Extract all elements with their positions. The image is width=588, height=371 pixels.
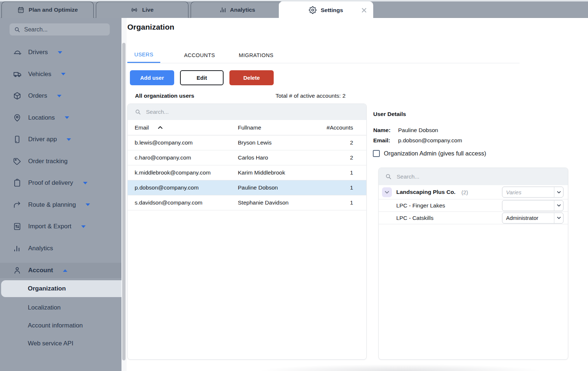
table-row[interactable]: b.lewis@company.com Bryson Lewis 2 [128,135,366,150]
cell-email: c.haro@company.com [135,154,238,161]
sidebar-item-order-tracking[interactable]: Order tracking [0,154,121,169]
sidebar-item-analytics[interactable]: Analytics [0,241,121,256]
sidebar-item-label: Driver app [28,136,57,143]
cell-email: b.lewis@company.com [135,139,238,146]
cell-email: p.dobson@company.com [135,184,238,191]
bottom-shadow [222,361,580,371]
sidebar-item-label: Import & Export [28,223,71,230]
sidebar-item-drivers[interactable]: Drivers [0,45,121,60]
add-user-button[interactable]: Add user [130,70,174,85]
search-icon [385,173,392,180]
tab-label: Analytics [230,7,255,13]
tag-icon [12,157,22,166]
sidebar-item-label: Analytics [28,245,53,252]
tab-label: Settings [321,7,343,14]
users-list-title: All organization users [135,93,194,99]
sidebar-nav: Drivers Vehicles Orders [0,45,121,351]
close-tab-icon[interactable] [361,7,367,13]
role-select[interactable]: Varies [502,187,563,198]
clipboard-icon [12,179,22,187]
cell-accounts: 2 [318,154,353,161]
chevron-down-icon [554,187,563,197]
sidebar-subitem-label: Organization [28,285,66,292]
sidebar-subitem-label: Localization [28,304,61,311]
sidebar-subitem-account-information[interactable]: Account information [0,318,121,333]
tab-plan-and-optimize[interactable]: Plan and Optimize [1,1,94,18]
cell-fullname: Karim Middlebrook [238,169,318,176]
table-row-selected[interactable]: p.dobson@company.com Pauline Dobson 1 [128,180,366,195]
person-icon [12,266,22,275]
sidebar-item-vehicles[interactable]: Vehicles [0,67,121,82]
sidebar-search-input[interactable]: Search... [10,23,110,35]
column-header-email[interactable]: Email [135,124,238,131]
column-header-accounts[interactable]: #Accounts [318,124,353,131]
users-search-placeholder: Search... [146,109,169,115]
sidebar-item-import-export[interactable]: Import & Export [0,219,121,234]
chevron-down-icon [554,201,563,211]
sidebar-subitem-label: Account information [28,322,83,329]
chevron-down-icon [65,116,69,119]
sidebar-item-label: Route & planning [28,201,76,209]
sidebar-item-proof-of-delivery[interactable]: Proof of delivery [0,176,121,190]
settings-sidebar: Search... Drivers Vehicles [0,18,121,371]
content-scrollbar-thumb[interactable] [122,43,126,360]
sidebar-item-locations[interactable]: Locations [0,110,121,125]
tab-live[interactable]: Live [96,1,188,18]
tab-analytics[interactable]: Analytics [191,1,283,18]
tab-migrations[interactable]: MIGRATIONS [239,47,274,63]
package-icon [12,91,22,100]
edit-button[interactable]: Edit [180,70,224,85]
role-select-value: Administrator [502,213,554,223]
account-tree-row-child: LPC - Catskills Administrator [379,212,568,224]
account-tree-row-child: LPC - Finger Lakes [379,199,568,212]
sidebar-subitem-organization[interactable]: Organization [1,280,121,297]
expander-button[interactable] [382,187,392,197]
sidebar-subitem-localization[interactable]: Localization [0,300,121,315]
route-arrow-icon [12,201,22,209]
chevron-down-icon [81,225,86,228]
sidebar-item-label: Order tracking [28,158,68,165]
chevron-down-icon [67,138,71,141]
sidebar-item-route-planning[interactable]: Route & planning [0,198,121,212]
sidebar-search-placeholder: Search... [24,26,48,33]
chevron-down-icon [86,203,90,206]
cell-fullname: Stephanie Davidson [238,199,318,206]
table-row[interactable]: k.middlebrook@company.com Karim Middlebr… [128,165,366,180]
chevron-down-icon [61,73,65,75]
tab-users[interactable]: USERS [127,47,160,63]
sidebar-item-label: Locations [28,114,55,121]
organization-admin-checkbox[interactable] [373,150,380,157]
driver-cap-icon [12,48,22,57]
chevron-down-icon [57,95,61,97]
sidebar-item-account[interactable]: Account [0,263,121,278]
users-table-header: Email Fullname #Accounts [128,120,366,135]
users-table-panel: Search... Email Fullname #Accounts b.lew… [127,104,367,360]
cell-accounts: 1 [318,184,353,191]
email-value: p.dobson@company.com [398,137,462,144]
chevron-down-icon [385,190,389,195]
tab-label: Live [142,7,153,13]
tab-accounts[interactable]: ACCOUNTS [184,47,215,63]
map-pin-icon [12,113,22,122]
accounts-search-input[interactable]: Search... [379,168,568,185]
search-icon [135,109,141,115]
accounts-search-placeholder: Search... [397,173,419,180]
table-row[interactable]: c.haro@company.com Carlos Haro 2 [128,150,366,165]
cell-fullname: Bryson Lewis [238,139,318,146]
sidebar-item-label: Orders [28,92,47,100]
tab-settings[interactable]: Settings [279,1,373,18]
delete-button[interactable]: Delete [229,70,274,85]
role-select[interactable] [502,200,563,211]
users-search-input[interactable]: Search... [128,104,366,120]
role-select[interactable]: Administrator [502,213,563,224]
sidebar-subitem-web-service-api[interactable]: Web service API [0,336,121,351]
sidebar-item-orders[interactable]: Orders [0,89,121,103]
sidebar-subitem-label: Web service API [28,340,73,347]
table-row[interactable]: s.davidson@company.com Stephanie Davidso… [128,195,366,210]
name-label: Name: [373,127,390,134]
sidebar-item-driver-app[interactable]: Driver app [0,132,121,147]
column-header-fullname[interactable]: Fullname [238,124,318,131]
broadcast-icon [131,6,138,14]
account-tree-row-parent: Landscaping Plus Co. (2) Varies [379,185,568,199]
truck-icon [12,70,22,79]
